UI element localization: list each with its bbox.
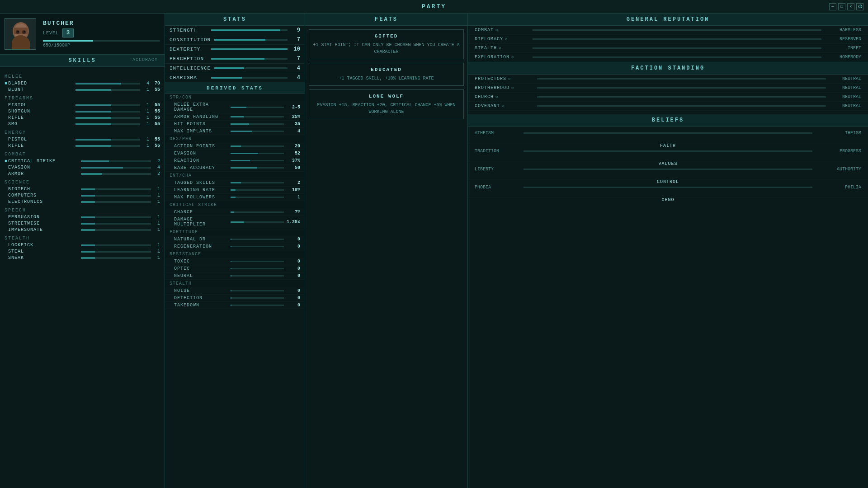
skill-row[interactable]: PISTOL155	[5, 103, 160, 108]
skill-bar-bg	[81, 201, 151, 203]
close-button[interactable]: ✕	[847, 3, 854, 10]
skill-name: BLADED	[8, 81, 73, 86]
skill-row[interactable]: ■CRITICAL STRIKE2	[5, 159, 160, 164]
info-icon: ⊘	[508, 76, 511, 81]
skills-header: SKILLS ACCURACY	[0, 55, 165, 67]
skill-row[interactable]: EVASION4	[5, 165, 160, 170]
derived-value: 10%	[287, 188, 300, 192]
derived-name: HIT POINTS	[174, 122, 228, 127]
skill-bar-bg	[75, 145, 140, 147]
skill-bar-bg	[81, 223, 151, 225]
feat-name: EDUCATED	[313, 67, 460, 72]
derived-name: NOISE	[174, 288, 228, 293]
skill-row[interactable]: SHOTGUN155	[5, 109, 160, 114]
skill-level: 1	[143, 143, 149, 148]
xp-bar-container: 650/1500XP	[43, 40, 160, 48]
skill-row[interactable]: ARMOR2	[5, 171, 160, 176]
rep-value: HOMEBODY	[825, 55, 861, 60]
skill-category-energy: ENERGY	[5, 130, 160, 135]
skill-row[interactable]: IMPERSONATE1	[5, 227, 160, 232]
minimize-button[interactable]: ─	[829, 3, 836, 10]
feats-title: FEATS	[375, 16, 398, 23]
belief-right: AUTHORITY	[816, 167, 861, 172]
derived-bar-fill	[231, 182, 241, 183]
derived-bar-bg	[231, 131, 284, 132]
char-name: BUTCHER	[43, 20, 160, 27]
derived-bar-bg	[231, 268, 284, 269]
skill-row[interactable]: LOCKPICK1	[5, 243, 160, 248]
derived-row: ACTION POINTS20	[165, 143, 305, 150]
derived-category: DEX/PER	[165, 135, 305, 143]
skill-row[interactable]: STREETWISE1	[5, 221, 160, 226]
rep-value: HARMLESS	[825, 28, 861, 33]
skill-name: STREETWISE	[8, 221, 78, 226]
derived-category: INT/CHA	[165, 172, 305, 179]
skill-value: 55	[149, 137, 160, 142]
skill-row[interactable]: RIFLE155	[5, 115, 160, 120]
skill-level: 1	[143, 115, 149, 120]
skill-row[interactable]: ELECTRONICS1	[5, 199, 160, 204]
skill-bar-fill	[81, 201, 95, 203]
derived-bar-bg	[231, 297, 284, 299]
skill-bar-bg	[81, 167, 151, 169]
skill-name: PISTOL	[8, 137, 73, 142]
skill-bar-bg	[81, 160, 151, 162]
feat-block: GIFTED+1 STAT POINT; IT CAN ONLY BE CHOS…	[309, 29, 464, 59]
skills-list[interactable]: MELEE■BLADED470BLUNT155FIREARMSPISTOL155…	[0, 67, 165, 488]
belief-left: PHOBIA	[475, 185, 520, 190]
stat-name: CHARISMA	[170, 75, 208, 80]
level-label: LEVEL	[43, 31, 59, 36]
derived-name: TOXIC	[174, 259, 228, 264]
skill-row[interactable]: PERSUASION1	[5, 215, 160, 220]
skill-row[interactable]: STEAL1	[5, 249, 160, 254]
derived-category: STR/CON	[165, 94, 305, 101]
derived-value: 1	[287, 195, 300, 200]
faction-row: COVENANT ⊘NEUTRAL	[468, 102, 868, 111]
info-icon: ⊘	[499, 46, 501, 51]
stat-bar-fill	[211, 48, 288, 50]
skill-level: 1	[154, 249, 160, 254]
stat-name: INTELLIGENCE	[170, 66, 211, 71]
exit-button[interactable]: ⏻	[856, 3, 863, 10]
rep-title: GENERAL REPUTATION	[627, 16, 710, 23]
skill-row[interactable]: RIFLE155	[5, 143, 160, 148]
belief-group: ATHEISMFAITHTHEISM	[468, 129, 868, 143]
belief-right: THEISM	[816, 131, 861, 136]
rep-name: DIPLOMACY ⊘	[475, 37, 529, 42]
stat-name: CONSTITUTION	[170, 37, 211, 42]
stat-bar-bg	[211, 29, 288, 31]
feat-desc: EVASION +15, REACTION +20, CRITICAL CHAN…	[313, 102, 460, 115]
derived-row: LEARNING RATE10%	[165, 187, 305, 194]
derived-category: RESISTANCE	[165, 250, 305, 258]
stat-bar-bg	[211, 48, 288, 50]
skill-row[interactable]: COMPUTERS1	[5, 193, 160, 198]
derived-row: DAMAGE MULTIPLIER1.25x	[165, 216, 305, 228]
derived-value: 0	[287, 259, 300, 264]
derived-bar-bg	[231, 160, 284, 161]
rep-row: EXPLORATION ⊘HOMEBODY	[468, 53, 868, 62]
skill-row[interactable]: BIOTECH1	[5, 187, 160, 192]
skill-value: 55	[149, 109, 160, 114]
skill-row[interactable]: SNEAK1	[5, 255, 160, 260]
stat-name: STRENGTH	[170, 28, 208, 33]
char-info: BUTCHER LEVEL 3 650/1500XP	[43, 20, 160, 48]
derived-name: REACTION	[174, 158, 228, 163]
skill-row[interactable]: SMG155	[5, 122, 160, 127]
stat-row: CONSTITUTION7	[165, 35, 305, 45]
skill-row[interactable]: BLUNT155	[5, 87, 160, 92]
faction-name: COVENANT ⊘	[475, 103, 533, 108]
derived-row: MELEE EXTRA DAMAGE2-5	[165, 101, 305, 113]
feat-name: LONE WOLF	[313, 94, 460, 99]
faction-bar-bg	[537, 105, 826, 107]
skill-row[interactable]: PISTOL155	[5, 137, 160, 142]
stat-bar-fill	[211, 58, 264, 60]
belief-left: TRADITION	[475, 149, 520, 154]
skill-level: 1	[143, 103, 149, 108]
restore-button[interactable]: □	[838, 3, 845, 10]
faction-value: NEUTRAL	[830, 85, 861, 90]
skill-name: RIFLE	[8, 143, 73, 148]
derived-bar-bg	[231, 153, 284, 154]
stat-bar-fill	[214, 39, 265, 41]
skill-row[interactable]: ■BLADED470	[5, 81, 160, 86]
derived-row: REGENERATION0	[165, 243, 305, 250]
